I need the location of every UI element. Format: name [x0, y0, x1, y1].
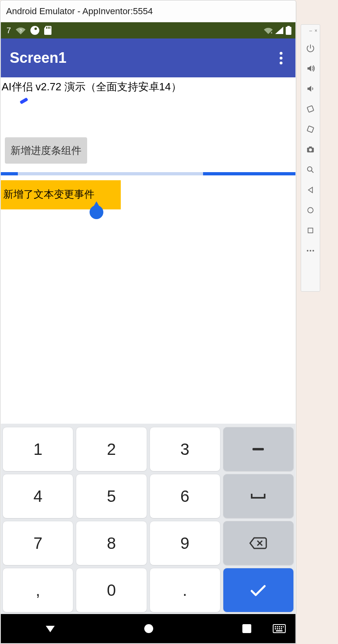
app-content: AI伴侣 v2.72 演示（全面支持安卓14） 新增进度条组件 新增了文本变更事… [1, 77, 295, 424]
progress-indeterminate-segment [1, 172, 18, 175]
kebab-dot-icon [280, 52, 282, 55]
app-bar: Screen1 [1, 38, 295, 77]
key-period[interactable]: . [150, 568, 220, 612]
android-navbar [1, 614, 295, 643]
ellipsis-icon [307, 250, 314, 252]
nav-recents-button[interactable] [242, 623, 252, 634]
spinner-icon [19, 98, 28, 104]
svg-point-8 [144, 624, 153, 633]
rotate-left-button[interactable] [302, 99, 319, 119]
nav-home-button[interactable] [143, 623, 154, 634]
statusbar-right: x [264, 26, 291, 35]
wifi-limited-icon: x [264, 27, 273, 34]
nav-back-button[interactable] [44, 623, 56, 635]
android-statusbar: 7 ? x [1, 22, 295, 38]
volume-down-button[interactable] [302, 79, 319, 98]
overview-button[interactable] [302, 221, 319, 240]
key-3[interactable]: 3 [150, 427, 220, 471]
key-enter[interactable] [223, 568, 294, 612]
key-1[interactable]: 1 [2, 427, 73, 471]
svg-rect-19 [281, 628, 282, 629]
rotate-right-button[interactable] [302, 119, 319, 139]
svg-text:?: ? [19, 29, 22, 33]
emulator-title: Android Emulator - AppInventor:5554 [6, 6, 153, 17]
svg-rect-28 [308, 228, 313, 233]
key-6[interactable]: 6 [150, 474, 220, 518]
key-comma[interactable]: , [2, 568, 73, 612]
statusbar-left: 7 ? [5, 26, 51, 35]
version-label: AI伴侣 v2.72 演示（全面支持安卓14） [1, 77, 295, 94]
svg-rect-13 [279, 626, 280, 627]
svg-rect-7 [252, 448, 264, 450]
toolbar-minimize-button[interactable]: – [309, 28, 312, 34]
app-notification-icon [30, 26, 39, 35]
svg-rect-20 [276, 630, 282, 631]
svg-rect-18 [279, 628, 280, 629]
svg-rect-16 [275, 628, 276, 629]
screen-title: Screen1 [10, 49, 66, 66]
key-backspace[interactable] [223, 521, 294, 565]
key-row: , 0 . [2, 568, 294, 612]
numeric-keyboard: 1 2 3 4 5 6 7 8 9 [1, 424, 295, 614]
svg-rect-12 [277, 626, 278, 627]
zoom-button[interactable] [302, 160, 319, 179]
svg-point-24 [309, 148, 312, 151]
progress-bar [1, 172, 295, 175]
svg-rect-25 [309, 147, 312, 148]
key-0[interactable]: 0 [76, 568, 147, 612]
toolbar-close-button[interactable]: × [314, 28, 317, 34]
key-7[interactable]: 7 [2, 521, 73, 565]
key-minus[interactable] [223, 427, 294, 471]
cellular-signal-icon [275, 27, 283, 34]
wifi-no-internet-icon: ? [16, 26, 26, 34]
progress-indeterminate-segment [203, 172, 295, 175]
new-progressbar-button[interactable]: 新增进度条组件 [5, 137, 87, 164]
back-button[interactable] [302, 180, 319, 200]
key-9[interactable]: 9 [150, 521, 220, 565]
power-button[interactable] [302, 38, 319, 58]
key-row: 1 2 3 [2, 427, 294, 471]
statusbar-time: 7 [6, 26, 11, 35]
nav-ime-switch-button[interactable] [273, 624, 286, 633]
battery-icon [286, 26, 291, 35]
svg-rect-11 [275, 626, 276, 627]
emulator-window: Android Emulator - AppInventor:5554 7 ? … [0, 0, 296, 644]
toolbar-window-controls: – × [301, 27, 320, 38]
svg-rect-17 [277, 628, 278, 629]
svg-text:x: x [271, 31, 272, 34]
key-row: 4 5 6 [2, 474, 294, 518]
sd-card-icon [44, 26, 51, 35]
svg-rect-22 [307, 126, 314, 132]
svg-rect-1 [46, 27, 47, 29]
svg-rect-6 [287, 26, 290, 27]
svg-rect-5 [286, 27, 291, 35]
key-5[interactable]: 5 [76, 474, 147, 518]
svg-rect-9 [242, 624, 251, 633]
svg-rect-14 [281, 626, 282, 627]
kebab-dot-icon [280, 57, 282, 60]
svg-rect-2 [48, 27, 49, 29]
svg-rect-21 [307, 106, 314, 112]
device-screen: 7 ? x [1, 22, 295, 643]
key-8[interactable]: 8 [76, 521, 147, 565]
home-button[interactable] [302, 200, 319, 220]
screenshot-button[interactable] [302, 140, 319, 159]
key-space[interactable] [223, 474, 294, 518]
svg-point-27 [308, 207, 313, 213]
kebab-dot-icon [280, 62, 282, 64]
key-row: 7 8 9 [2, 521, 294, 565]
volume-up-button[interactable] [302, 59, 319, 78]
text-input[interactable]: 新增了文本变更事件 [1, 180, 121, 209]
overflow-menu-button[interactable] [276, 48, 287, 68]
svg-rect-15 [283, 626, 284, 627]
svg-rect-3 [49, 27, 50, 29]
more-button[interactable] [302, 241, 319, 260]
key-4[interactable]: 4 [2, 474, 73, 518]
text-cursor-handle-icon[interactable] [90, 205, 103, 219]
emulator-side-toolbar: – × [301, 24, 320, 292]
svg-point-26 [308, 167, 312, 171]
key-2[interactable]: 2 [76, 427, 147, 471]
emulator-titlebar[interactable]: Android Emulator - AppInventor:5554 [0, 0, 296, 22]
